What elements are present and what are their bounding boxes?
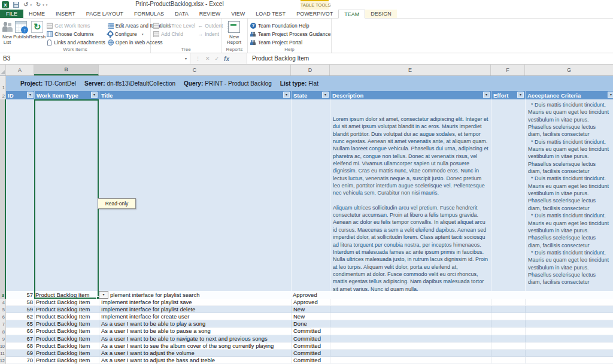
table-row-59[interactable]: 59Product Backlog ItemImplement interfac… bbox=[6, 306, 613, 313]
effort-cell[interactable] bbox=[491, 342, 525, 349]
tab-page-layout[interactable]: PAGE LAYOUT bbox=[81, 10, 129, 18]
name-box-dropdown-icon[interactable]: ▾ bbox=[181, 53, 190, 64]
acceptance-criteria-cell[interactable] bbox=[525, 313, 613, 320]
filter-id-button[interactable]: ▾ bbox=[27, 92, 34, 98]
tab-data[interactable]: DATA bbox=[169, 10, 194, 18]
title-cell[interactable]: Implement interface for playlist delete bbox=[99, 306, 291, 313]
validation-dropdown-button[interactable]: ▾ bbox=[99, 291, 108, 299]
acceptance-criteria-cell[interactable] bbox=[525, 306, 613, 313]
tab-load-test[interactable]: LOAD TEST bbox=[250, 10, 291, 18]
work-item-type-cell[interactable]: Product Backlog Item bbox=[34, 320, 99, 327]
new-report-button[interactable]: New Report bbox=[223, 20, 245, 45]
work-item-type-cell[interactable]: Product Backlog Item bbox=[34, 299, 99, 305]
title-cell[interactable]: As a user I want to be able to pause a s… bbox=[99, 327, 291, 334]
work-item-type-cell[interactable]: Product Backlog Item bbox=[34, 357, 99, 363]
title-cell[interactable]: As a user I want to adjust the bass and … bbox=[99, 357, 291, 363]
tab-review[interactable]: REVIEW bbox=[194, 10, 226, 18]
column-header-a[interactable]: A bbox=[6, 65, 34, 75]
work-item-type-cell[interactable]: Product Backlog Item bbox=[34, 291, 99, 299]
row-header-10[interactable]: 10 bbox=[0, 342, 5, 350]
acceptance-criteria-cell[interactable]: * Duis mattis tincidunt tincidunt. Mauri… bbox=[528, 101, 609, 286]
description-cell[interactable] bbox=[330, 299, 491, 305]
description-cell[interactable] bbox=[330, 306, 491, 313]
work-item-type-cell[interactable]: Product Backlog Item bbox=[34, 350, 99, 356]
new-list-button[interactable]: New List bbox=[1, 20, 13, 45]
description-cell[interactable] bbox=[330, 357, 491, 363]
work-item-type-cell[interactable]: Product Backlog Item bbox=[34, 335, 99, 342]
description-cell[interactable] bbox=[330, 335, 491, 342]
id-cell[interactable]: 58 bbox=[6, 299, 34, 305]
table-row-62[interactable]: 62Product Backlog ItemImplement interfac… bbox=[6, 313, 613, 320]
row-header-1[interactable]: 1 bbox=[0, 76, 5, 91]
id-cell[interactable]: 67 bbox=[6, 335, 34, 342]
acceptance-criteria-cell[interactable] bbox=[525, 299, 613, 305]
effort-cell[interactable] bbox=[491, 313, 525, 320]
get-work-items-button[interactable]: Get Work Items bbox=[45, 22, 107, 29]
indent-button[interactable]: →Indent bbox=[196, 30, 224, 38]
team-project-process-guidance-button[interactable]: Team Project Process Guidance bbox=[249, 30, 332, 38]
work-item-type-cell[interactable]: Product Backlog Item bbox=[34, 306, 99, 313]
team-project-portal-button[interactable]: Team Project Portal bbox=[249, 38, 332, 46]
state-cell[interactable]: Approved bbox=[291, 299, 330, 305]
column-header-d[interactable]: D bbox=[291, 65, 330, 75]
effort-cell[interactable] bbox=[491, 320, 525, 327]
state-cell[interactable]: New bbox=[291, 306, 330, 313]
team-foundation-help-button[interactable]: ?Team Foundation Help bbox=[249, 22, 332, 29]
choose-columns-button[interactable]: Choose Columns bbox=[45, 30, 107, 38]
column-header-e[interactable]: E bbox=[330, 65, 491, 75]
cancel-entry-icon[interactable]: ✕ bbox=[205, 56, 210, 62]
description-cell[interactable] bbox=[330, 327, 491, 334]
filter-description-button[interactable]: ▾ bbox=[483, 92, 490, 98]
outdent-button[interactable]: ←Outdent bbox=[196, 22, 224, 29]
undo-dropdown-icon[interactable]: ▾ bbox=[30, 3, 32, 7]
filter-acceptance-criteria-button[interactable]: ▾ bbox=[608, 92, 613, 98]
qat-customize-icon[interactable]: ▾ bbox=[46, 3, 48, 7]
links-attachments-button[interactable]: Links and Attachments bbox=[45, 38, 107, 46]
tab-home[interactable]: HOME bbox=[23, 10, 50, 18]
row-header-5[interactable]: 5 bbox=[0, 306, 5, 313]
title-cell[interactable]: As a user I want to adjust the volume bbox=[99, 350, 291, 356]
row-header-7[interactable]: 7 bbox=[0, 320, 5, 327]
title-cell[interactable]: As a user I want to be able to navigate … bbox=[99, 335, 291, 342]
acceptance-criteria-cell[interactable] bbox=[525, 320, 613, 327]
title-cell[interactable]: Implement interface for create user bbox=[99, 313, 291, 320]
filter-title-button[interactable]: ▾ bbox=[283, 92, 290, 98]
row-header-8[interactable]: 8 bbox=[0, 327, 5, 335]
table-row-69[interactable]: 69Product Backlog ItemAs a user I want t… bbox=[6, 350, 613, 357]
table-row-57[interactable]: Lorem ipsum dolor sit amet, consectetur … bbox=[6, 99, 613, 299]
effort-cell[interactable] bbox=[491, 357, 525, 363]
description-cell[interactable] bbox=[330, 320, 491, 327]
state-cell[interactable]: Committed bbox=[291, 335, 330, 342]
tab-design[interactable]: DESIGN bbox=[365, 10, 397, 18]
acceptance-criteria-cell[interactable] bbox=[525, 357, 613, 363]
redo-icon[interactable]: ↻ bbox=[36, 1, 41, 8]
state-cell[interactable]: Done bbox=[291, 320, 330, 327]
state-cell[interactable]: Committed bbox=[291, 350, 330, 356]
filter-state-button[interactable]: ▾ bbox=[322, 92, 329, 98]
table-row-58[interactable]: 58Product Backlog ItemImplement interfac… bbox=[6, 299, 613, 306]
title-cell[interactable]: As a user I want to see the album cover … bbox=[99, 342, 291, 349]
effort-cell[interactable] bbox=[491, 327, 525, 334]
row-header-11[interactable]: 11 bbox=[0, 350, 5, 357]
table-row-70[interactable]: 70Product Backlog ItemAs a user I want t… bbox=[6, 357, 613, 364]
description-cell[interactable]: Lorem ipsum dolor sit amet, consectetur … bbox=[333, 116, 490, 293]
tab-insert[interactable]: INSERT bbox=[50, 10, 81, 18]
tab-formulas[interactable]: FORMULAS bbox=[129, 10, 169, 18]
id-cell[interactable]: 62 bbox=[6, 313, 34, 320]
column-header-f[interactable]: F bbox=[491, 65, 525, 75]
redo-dropdown-icon[interactable]: ▾ bbox=[43, 3, 44, 7]
work-item-type-cell[interactable]: Product Backlog Item bbox=[34, 327, 99, 334]
id-cell[interactable]: 68 bbox=[6, 342, 34, 349]
row-header-12[interactable]: 12 bbox=[0, 357, 5, 364]
state-cell[interactable]: New bbox=[291, 313, 330, 320]
select-all-corner[interactable] bbox=[0, 65, 6, 75]
refresh-button[interactable]: ↻ Refresh bbox=[29, 20, 45, 40]
confirm-entry-icon[interactable]: ✓ bbox=[215, 56, 220, 62]
name-box[interactable]: B3 bbox=[0, 53, 190, 64]
id-cell[interactable]: 59 bbox=[6, 306, 34, 313]
table-row-66[interactable]: 66Product Backlog ItemAs a user I want t… bbox=[6, 327, 613, 335]
description-cell[interactable] bbox=[330, 342, 491, 349]
effort-cell[interactable] bbox=[491, 299, 525, 305]
column-header-b[interactable]: B bbox=[34, 65, 99, 75]
id-cell[interactable]: 70 bbox=[6, 357, 34, 363]
